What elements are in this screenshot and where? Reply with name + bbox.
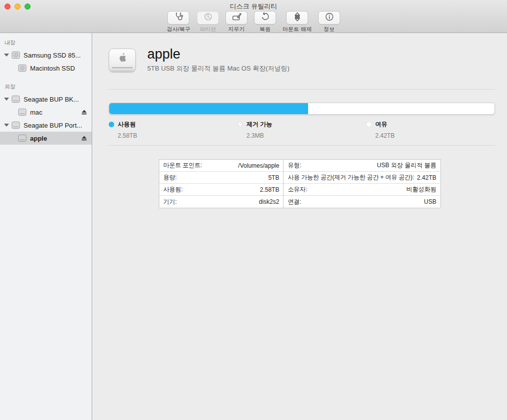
detail-label: 용량: (163, 173, 177, 182)
detail-label: 소유자: (288, 185, 307, 194)
partition-button-group: 파티션 (197, 11, 219, 33)
detail-label: 사용됨: (163, 185, 183, 194)
first-aid-button[interactable] (167, 11, 189, 25)
detail-value: 5TB (268, 174, 279, 181)
detail-value: USB (424, 198, 436, 205)
sidebar-item-label: Samsung SSD 85... (24, 52, 92, 59)
unmount-label: 마운트 해제 (283, 26, 312, 33)
legend-label: 여유 (375, 120, 387, 129)
sidebar-item-label: Macintosh SSD (30, 65, 92, 72)
usage-bar-used (109, 103, 308, 114)
erase-button-group: 지우기 (225, 11, 247, 33)
erase-label: 지우기 (228, 26, 245, 33)
title-bar: 디스크 유틸리티 검사/복구 (0, 0, 507, 33)
external-disk-icon (12, 121, 20, 129)
disclosure-triangle-icon[interactable] (3, 54, 10, 57)
detail-row-device: 기기: disk2s2 (159, 196, 283, 208)
detail-row-used: 사용됨: 2.58TB (159, 184, 283, 196)
detail-row-type: 유형: USB 외장 물리적 볼륨 (284, 160, 440, 172)
legend-value: 2.42TB (375, 132, 495, 139)
partition-icon (203, 12, 213, 24)
detail-value: 2.42TB (417, 174, 436, 181)
device-image (109, 49, 136, 72)
sidebar-item-seagate-bk[interactable]: Seagate BUP BK... (0, 93, 92, 106)
volume-title: apple (147, 47, 290, 62)
device-slot (112, 67, 133, 69)
sidebar-item-samsung-ssd[interactable]: Samsung SSD 85... (0, 49, 92, 62)
disclosure-triangle-icon[interactable] (3, 124, 10, 127)
sidebar-item-macintosh-ssd[interactable]: Macintosh SSD (0, 62, 92, 75)
detail-value: 비활성화됨 (406, 185, 436, 194)
detail-value: disk2s2 (259, 198, 280, 205)
info-button-group: 정보 (318, 11, 340, 33)
details-right-column: 유형: USB 외장 물리적 볼륨 사용 가능한 공간(제거 가능한 공간 + … (283, 160, 440, 208)
usage-bar (109, 103, 495, 115)
detail-row-owner: 소유자: 비활성화됨 (284, 184, 440, 196)
external-disk-icon (12, 95, 20, 103)
eject-icon[interactable] (81, 136, 87, 141)
detail-value: /Volumes/apple (238, 162, 279, 169)
apple-logo-icon (119, 53, 126, 62)
used-swatch-icon (109, 122, 114, 127)
volume-header: apple 5TB USB 외장 물리적 볼륨 Mac OS 확장(저널링) (109, 46, 495, 74)
free-swatch-icon (366, 122, 372, 127)
restore-icon (260, 12, 271, 24)
sidebar-item-label: Seagate BUP BK... (24, 96, 92, 103)
sidebar-item-label: apple (30, 135, 81, 142)
sidebar-item-label: mac (30, 109, 81, 116)
unmount-button[interactable] (286, 11, 308, 25)
partition-button (197, 11, 219, 25)
purgeable-swatch-icon (237, 122, 243, 127)
legend-purgeable: 제거 가능 2.3MB (237, 120, 366, 139)
first-aid-button-group: 검사/복구 (167, 11, 190, 33)
usage-legend: 사용됨 2.58TB 제거 가능 2.3MB 여유 2.42TB (109, 120, 495, 139)
sidebar-item-mac[interactable]: mac (0, 106, 92, 119)
divider (109, 145, 495, 146)
legend-free: 여유 2.42TB (366, 120, 495, 139)
window-title: 디스크 유틸리티 (0, 2, 507, 11)
eject-icon[interactable] (81, 110, 87, 115)
detail-row-mount-point: 마운트 포인트: /Volumes/apple (159, 160, 283, 172)
legend-value: 2.3MB (246, 132, 366, 139)
detail-label: 유형: (288, 161, 301, 170)
sidebar-item-seagate-port[interactable]: Seagate BUP Port... (0, 119, 92, 132)
volume-header-text: apple 5TB USB 외장 물리적 볼륨 Mac OS 확장(저널링) (147, 47, 290, 74)
detail-row-connection: 연결: USB (284, 196, 440, 208)
main-pane: apple 5TB USB 외장 물리적 볼륨 Mac OS 확장(저널링) 사… (92, 33, 507, 420)
window-content: 내장 Samsung SSD 85... Macintosh SSD (0, 33, 507, 420)
internal-disk-icon (12, 51, 20, 59)
detail-label: 기기: (163, 198, 177, 206)
erase-icon (231, 12, 242, 24)
detail-label: 사용 가능한 공간(제거 가능한 공간 + 여유 공간): (288, 173, 414, 182)
detail-label: 마운트 포인트: (163, 161, 202, 170)
toolbar: 검사/복구 파티션 (0, 11, 507, 33)
external-volume-icon (18, 134, 27, 142)
internal-volume-icon (18, 64, 27, 72)
restore-button-group: 복원 (254, 11, 276, 33)
detail-row-available: 사용 가능한 공간(제거 가능한 공간 + 여유 공간): 2.42TB (284, 172, 440, 184)
legend-label: 사용됨 (118, 120, 136, 129)
detail-value: USB 외장 물리적 볼륨 (377, 161, 436, 170)
sidebar-item-label: Seagate BUP Port... (24, 122, 92, 129)
info-icon (324, 12, 335, 24)
detail-row-capacity: 용량: 5TB (159, 172, 283, 184)
info-label: 정보 (324, 26, 335, 33)
unmount-icon (292, 12, 303, 24)
device-foot (109, 69, 135, 72)
erase-button[interactable] (225, 11, 247, 25)
divider (109, 89, 495, 90)
external-volume-icon (18, 108, 27, 116)
restore-label: 복원 (260, 26, 271, 33)
first-aid-label: 검사/복구 (167, 26, 190, 33)
volume-subtitle: 5TB USB 외장 물리적 볼륨 Mac OS 확장(저널링) (147, 64, 290, 73)
legend-used: 사용됨 2.58TB (109, 120, 237, 139)
sidebar-item-apple[interactable]: apple (0, 132, 92, 145)
detail-value: 2.58TB (260, 186, 280, 193)
sidebar-section-internal: 내장 (0, 37, 92, 49)
info-button[interactable] (318, 11, 340, 25)
disclosure-triangle-icon[interactable] (3, 98, 10, 101)
sidebar-section-external: 외장 (0, 81, 92, 93)
first-aid-icon (173, 12, 184, 24)
restore-button[interactable] (254, 11, 276, 25)
detail-label: 연결: (288, 198, 301, 206)
